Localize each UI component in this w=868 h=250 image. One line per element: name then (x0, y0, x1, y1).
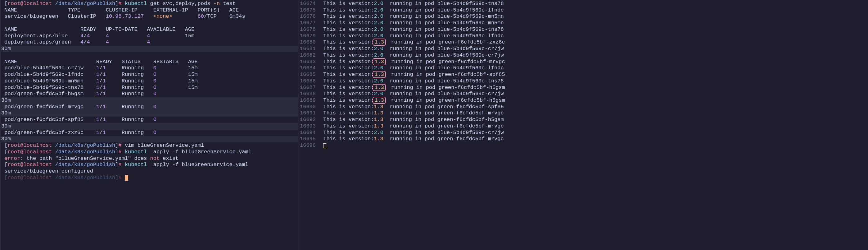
log-line: 16684 This is version:2.0 running in pod… (298, 65, 868, 72)
log-cursor-line: 16696 (298, 142, 868, 149)
log-line: 16683 This is version:1.3 running in pod… (298, 59, 868, 65)
log-line: 16686 This is version:2.0 running in pod… (298, 78, 868, 85)
result-line: service/bluegreen configured (1, 168, 298, 175)
log-line: 16691 This is version:1.3 running in pod… (298, 110, 868, 117)
log-line: 16687 This is version:1.3 running in pod… (298, 85, 868, 91)
cursor-icon (323, 143, 326, 148)
log-line: 16674 This is version:2.0 running in pod… (298, 1, 868, 7)
pod-row: pod/green-f6cfdc5bf-spf85 1/1 Running 0 … (1, 117, 298, 129)
blank-2 (1, 52, 298, 59)
blank-1 (1, 20, 298, 26)
pod-row: pod/blue-5b4d9f569c-cr7jw 1/1 Running 0 … (1, 65, 298, 72)
log-line: 16678 This is version:2.0 running in pod… (298, 26, 868, 33)
log-line: 16690 This is version:1.3 running in pod… (298, 104, 868, 110)
pods-headers: NAME READY STATUS RESTARTS AGE (1, 59, 298, 65)
pod-row: pod/blue-5b4d9f569c-lfndc 1/1 Running 0 … (1, 72, 298, 78)
pod-row: pod/blue-5b4d9f569c-mn5mn 1/1 Running 0 … (1, 78, 298, 85)
log-line: 16695 This is version:1.3 running in pod… (298, 136, 868, 142)
svc-headers: NAME TYPE CLUSTER-IP EXTERNAL-IP PORT(S)… (1, 7, 298, 14)
pod-row: pod/green-f6cfdc5bf-zxz6c 1/1 Running 0 … (1, 130, 298, 142)
deploy-headers: NAME READY UP-TO-DATE AVAILABLE AGE (1, 26, 298, 33)
prompt-line-1: [root@localhost /data/k8s/goPublish]# ku… (1, 1, 298, 7)
terminal-left-pane[interactable]: [root@localhost /data/k8s/goPublish]# ku… (0, 0, 298, 250)
log-line: 16693 This is version:1.3 running in pod… (298, 123, 868, 130)
log-line: 16694 This is version:2.0 running in pod… (298, 130, 868, 136)
prompt-line-5: [root@localhost /data/k8s/goPublish]# (1, 175, 298, 181)
log-line: 16677 This is version:2.0 running in pod… (298, 20, 868, 26)
log-line: 16688 This is version:2.0 running in pod… (298, 91, 868, 97)
svc-row: service/bluegreen ClusterIP 10.98.73.127… (1, 13, 298, 20)
log-line: 16675 This is version:2.0 running in pod… (298, 7, 868, 14)
cursor-icon (125, 175, 128, 180)
log-line: 16682 This is version:2.0 running in pod… (298, 52, 868, 59)
log-line: 16679 This is version:2.0 running in pod… (298, 33, 868, 39)
log-line: 16681 This is version:2.0 running in pod… (298, 46, 868, 52)
log-line: 16680 This is version:1.3 running in pod… (298, 39, 868, 46)
pod-row: pod/blue-5b4d9f569c-tns78 1/1 Running 0 … (1, 85, 298, 91)
terminal-right-pane[interactable]: 16674 This is version:2.0 running in pod… (298, 0, 868, 250)
pod-row: pod/green-f6cfdc5bf-mrvgc 1/1 Running 0 … (1, 104, 298, 117)
deploy-row: deployment.apps/green 4/4 4 4 30m (1, 39, 298, 52)
log-line: 16676 This is version:2.0 running in pod… (298, 13, 868, 20)
prompt-line-4: [root@localhost /data/k8s/goPublish]# ku… (1, 162, 298, 168)
pod-row: pod/green-f6cfdc5bf-h5gsm 1/1 Running 0 … (1, 91, 298, 104)
prompt-line-3: [root@localhost /data/k8s/goPublish]# ku… (1, 149, 298, 156)
log-line: 16685 This is version:1.3 running in pod… (298, 72, 868, 78)
error-line: error: the path "bllueGreenService.yaml"… (1, 156, 298, 162)
prompt-line-2: [root@localhost /data/k8s/goPublish]# vi… (1, 142, 298, 149)
deploy-row: deployment.apps/blue 4/4 4 4 15m (1, 33, 298, 39)
log-line: 16689 This is version:1.3 running in pod… (298, 97, 868, 104)
log-line: 16692 This is version:1.3 running in pod… (298, 117, 868, 123)
